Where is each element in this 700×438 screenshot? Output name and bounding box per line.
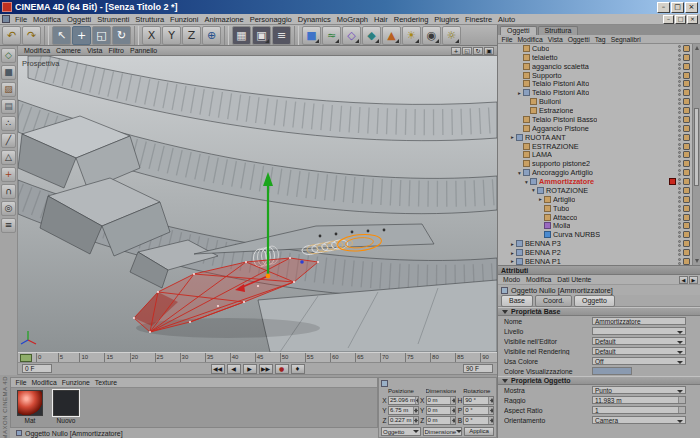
rotation-field[interactable]: 0 ° [463, 406, 494, 415]
visibility-dots[interactable] [678, 231, 681, 238]
live-selection-icon[interactable]: ↖ [52, 26, 71, 45]
object-manager-tab[interactable]: Struttura [538, 26, 579, 35]
attribute-menu-item[interactable]: Dati Utente [554, 276, 594, 283]
tree-row[interactable]: ESTRAZIONE [498, 142, 700, 151]
display-color-chip[interactable] [669, 178, 676, 185]
property-control[interactable]: Camera [592, 416, 686, 424]
toggle-view-button[interactable]: ▣ [484, 47, 494, 55]
coord-system-select[interactable]: Oggetto [381, 427, 421, 436]
property-control[interactable]: Off [592, 357, 686, 365]
menu-item[interactable]: Animazione [201, 15, 246, 24]
expand-toggle-icon[interactable]: ▸ [537, 196, 544, 202]
menu-item[interactable]: Personaggio [247, 15, 295, 24]
workplane-mode-icon[interactable]: ▤ [1, 99, 16, 114]
polygons-mode-icon[interactable]: △ [1, 150, 16, 165]
timeline-ruler[interactable]: 051015202530354045505560657075808590 [18, 352, 497, 363]
phong-tag-icon[interactable] [683, 178, 690, 185]
add-primitive-icon[interactable]: ■ [302, 26, 321, 45]
expand-toggle-icon[interactable]: ▸ [509, 250, 516, 256]
object-manager-menu-item[interactable]: Oggetti [565, 36, 592, 43]
material-menu-item[interactable]: Modifica [29, 379, 59, 386]
phong-tag-icon[interactable] [683, 258, 690, 265]
visibility-dots[interactable] [678, 116, 681, 123]
end-frame-field[interactable]: 90 F [463, 364, 493, 373]
add-camera-icon[interactable]: ◉ [422, 26, 441, 45]
visibility-dots[interactable] [678, 196, 681, 203]
add-nurbs-icon[interactable]: ◇ [342, 26, 361, 45]
tree-row[interactable]: ▾ Ammortizzatore [498, 177, 700, 186]
material-item[interactable]: Mat [15, 390, 45, 425]
render-settings-icon[interactable]: ≡ [272, 26, 291, 45]
menu-item[interactable]: Dynamics [295, 15, 334, 24]
minimize-button[interactable]: – [663, 15, 674, 24]
menu-item[interactable]: Funzioni [167, 15, 201, 24]
object-manager-menu-item[interactable]: Segnalibri [608, 36, 643, 43]
layer-manager-icon[interactable]: ≡ [1, 218, 16, 233]
restore-button[interactable]: □ [675, 15, 686, 24]
property-control[interactable]: 11.983 m [592, 396, 686, 404]
tree-row[interactable]: Bulloni [498, 97, 700, 106]
tree-row[interactable]: telaietto [498, 53, 700, 62]
rotation-field[interactable]: 90 ° [463, 396, 494, 405]
menu-item[interactable]: File [12, 15, 30, 24]
position-field[interactable]: 25.096 m [388, 396, 419, 405]
visibility-dots[interactable] [678, 240, 681, 247]
snap-settings-icon[interactable]: ∩ [1, 184, 16, 199]
expand-toggle-icon[interactable]: ▾ [523, 179, 530, 185]
visibility-dots[interactable] [678, 214, 681, 221]
phong-tag-icon[interactable] [683, 169, 690, 176]
size-field[interactable]: 0 m [426, 406, 457, 415]
next-frame-button[interactable]: ▶▶ [259, 364, 273, 374]
menu-item[interactable]: Struttura [132, 15, 167, 24]
object-properties-section-header[interactable]: Proprietà Oggetto [498, 376, 700, 385]
object-origin-dot[interactable] [266, 274, 271, 279]
visibility-dots[interactable] [678, 63, 681, 70]
phong-tag-icon[interactable] [683, 89, 690, 96]
visibility-dots[interactable] [678, 249, 681, 256]
tree-row[interactable]: aggancio scaletta [498, 62, 700, 71]
lock-x-axis-button[interactable]: X [142, 26, 161, 45]
add-spline-icon[interactable]: ≈ [322, 26, 341, 45]
material-menu-item[interactable]: Texture [92, 379, 119, 386]
menu-item[interactable]: Modifica [30, 15, 64, 24]
phong-tag-icon[interactable] [683, 54, 690, 61]
lock-workplane-icon[interactable]: ◎ [1, 201, 16, 216]
toolbar-button[interactable] [44, 26, 49, 45]
tree-row[interactable]: Tubo [498, 204, 700, 213]
tree-row[interactable]: Molla [498, 222, 700, 231]
menu-item[interactable]: MoGraph [334, 15, 371, 24]
tree-row[interactable]: supporto pistone2 [498, 159, 700, 168]
points-mode-icon[interactable]: ∴ [1, 116, 16, 131]
expand-toggle-icon[interactable]: ▾ [530, 187, 537, 193]
add-deformer-icon[interactable]: ▲ [382, 26, 401, 45]
visibility-dots[interactable] [678, 187, 681, 194]
rotation-field[interactable]: 0 ° [463, 416, 494, 425]
property-control[interactable]: Punto [592, 386, 686, 394]
menu-item[interactable]: Oggetti [64, 15, 94, 24]
expand-toggle-icon[interactable]: ▸ [509, 134, 516, 140]
model-mode-icon[interactable]: ■ [1, 65, 16, 80]
tree-row[interactable]: Estrazione [498, 106, 700, 115]
property-control[interactable]: Ammortizzatore [592, 317, 686, 325]
tree-row[interactable]: Aggancio Pistone [498, 124, 700, 133]
toolbar-button[interactable] [294, 26, 299, 45]
attribute-tab[interactable]: Coord. [535, 295, 572, 307]
visibility-dots[interactable] [678, 169, 681, 176]
visibility-dots[interactable] [678, 98, 681, 105]
rotate-view-button[interactable]: ↻ [473, 47, 483, 55]
property-control[interactable]: Default [592, 337, 686, 345]
tree-row[interactable]: ▸ BENNA P1 [498, 257, 700, 266]
tree-row[interactable]: Telaio Pistoni Basso [498, 115, 700, 124]
phong-tag-icon[interactable] [683, 231, 690, 238]
menu-item[interactable]: Finestre [462, 15, 495, 24]
close-button[interactable]: × [687, 15, 698, 24]
visibility-dots[interactable] [678, 134, 681, 141]
object-manager-tab[interactable]: Oggetti [500, 26, 537, 35]
tree-row[interactable]: LAMA [498, 151, 700, 160]
render-to-picture-icon[interactable]: ▣ [252, 26, 271, 45]
property-control[interactable] [592, 367, 632, 375]
timeline-marker[interactable] [20, 354, 32, 362]
menu-item[interactable]: Rendering [391, 15, 432, 24]
phong-tag-icon[interactable] [683, 107, 690, 114]
menu-item[interactable]: Strumenti [94, 15, 132, 24]
